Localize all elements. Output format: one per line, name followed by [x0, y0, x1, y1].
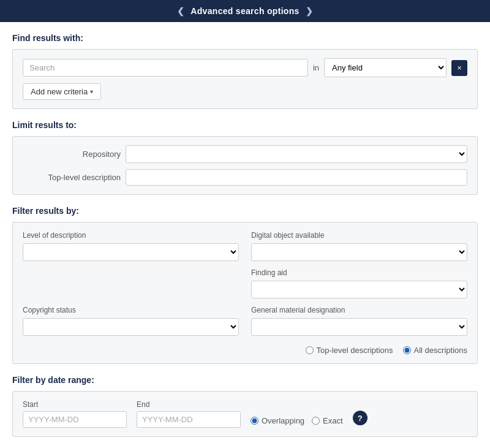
search-criteria-row: in Any field Title Creator Subject Descr… [23, 58, 467, 77]
left-arrow-icon: ❮ [177, 6, 187, 16]
spacer-col [23, 268, 239, 298]
start-label: Start [23, 400, 127, 409]
top-level-row: Top-level description [23, 169, 467, 186]
date-type-radio-group: Overlapping Exact [251, 416, 343, 428]
end-label: End [137, 400, 241, 409]
date-range-card: Start End Overlapping Exact ? [12, 391, 478, 437]
top-level-descriptions-option[interactable]: Top-level descriptions [306, 346, 393, 355]
copyright-label: Copyright status [23, 306, 239, 314]
filter-results-title: Filter results by: [12, 206, 478, 216]
overlapping-label: Overlapping [262, 416, 304, 425]
description-level-radio-group: Top-level descriptions All descriptions [23, 346, 467, 355]
repository-label: Repository [23, 150, 121, 159]
overlapping-option[interactable]: Overlapping [251, 416, 304, 425]
general-material-label: General material designation [251, 306, 467, 314]
caret-icon: ▾ [90, 88, 93, 95]
exact-radio[interactable] [312, 417, 320, 425]
start-date-group: Start [23, 400, 127, 428]
in-label: in [313, 63, 319, 72]
level-select[interactable] [23, 243, 239, 261]
help-icon[interactable]: ? [353, 411, 368, 425]
header-title: Advanced search options [190, 6, 299, 16]
date-range-title: Filter by date range: [12, 375, 478, 385]
add-criteria-row: Add new criteria ▾ [23, 83, 467, 100]
find-results-card: in Any field Title Creator Subject Descr… [12, 49, 478, 109]
digital-object-select[interactable] [251, 243, 467, 261]
finding-aid-select[interactable] [251, 281, 467, 298]
general-material-group: General material designation [251, 306, 467, 336]
copyright-group: Copyright status [23, 306, 239, 336]
end-date-input[interactable] [137, 411, 241, 428]
general-material-select[interactable] [251, 318, 467, 336]
end-date-group: End [137, 400, 241, 428]
top-level-radio-label: Top-level descriptions [317, 346, 393, 355]
digital-object-group: Digital object available [251, 231, 467, 261]
top-level-label: Top-level description [23, 173, 121, 182]
close-icon: × [457, 63, 462, 72]
top-level-input[interactable] [126, 169, 467, 186]
exact-label: Exact [323, 416, 343, 425]
overlapping-radio[interactable] [251, 417, 258, 425]
add-criteria-label: Add new criteria [31, 87, 88, 96]
limit-results-card: Repository Top-level description [12, 136, 478, 195]
filter-results-card: Level of description Digital object avai… [12, 222, 478, 364]
find-results-title: Find results with: [12, 33, 478, 43]
right-arrow-icon: ❯ [306, 6, 313, 16]
level-label: Level of description [23, 231, 239, 240]
start-date-input[interactable] [23, 411, 127, 428]
finding-aid-label: Finding aid [251, 268, 467, 277]
all-descriptions-radio[interactable] [403, 346, 411, 354]
all-descriptions-option[interactable]: All descriptions [403, 346, 467, 355]
advanced-search-header: ❮ Advanced search options ❯ [0, 0, 490, 22]
repository-row: Repository [23, 145, 467, 163]
exact-option[interactable]: Exact [312, 416, 343, 425]
remove-criteria-button[interactable]: × [451, 60, 467, 76]
repository-select[interactable] [126, 145, 467, 163]
digital-object-label: Digital object available [251, 231, 467, 240]
add-criteria-button[interactable]: Add new criteria ▾ [23, 83, 101, 100]
top-level-radio[interactable] [306, 346, 314, 354]
limit-results-title: Limit results to: [12, 120, 478, 130]
finding-aid-group: Finding aid [251, 268, 467, 298]
copyright-select[interactable] [23, 318, 239, 336]
date-range-row: Start End Overlapping Exact ? [23, 400, 467, 428]
level-of-description-group: Level of description [23, 231, 239, 261]
field-select[interactable]: Any field Title Creator Subject Descript… [324, 58, 447, 77]
all-descriptions-radio-label: All descriptions [414, 346, 467, 355]
search-input[interactable] [23, 59, 308, 77]
